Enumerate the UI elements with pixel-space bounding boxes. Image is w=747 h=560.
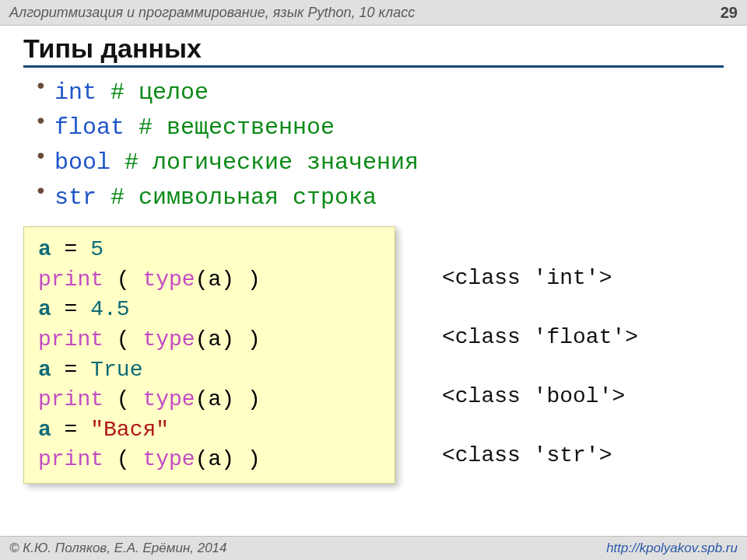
type-item-float: float # вещественное <box>34 110 724 145</box>
slide-header: Алгоритмизация и программирование, язык … <box>0 0 747 26</box>
comment-float: # вещественное <box>139 114 335 141</box>
output-int: <class 'int'> <box>442 264 638 323</box>
keyword-str: str <box>54 184 96 211</box>
output-column: <class 'int'> <class 'float'> <class 'bo… <box>442 226 638 500</box>
code-line-2: print ( type(a) ) <box>38 265 381 296</box>
course-title: Алгоритмизация и программирование, язык … <box>9 0 415 25</box>
output-bool: <class 'bool'> <box>442 382 638 441</box>
slide-content: Типы данных int # целое float # веществе… <box>0 26 747 500</box>
example-row: a = 5 print ( type(a) ) a = 4.5 print ( … <box>23 226 724 500</box>
keyword-float: float <box>54 114 124 141</box>
slide-footer: © К.Ю. Поляков, Е.А. Ерёмин, 2014 http:/… <box>0 536 747 560</box>
code-line-8: print ( type(a) ) <box>38 445 381 475</box>
type-item-int: int # целое <box>34 75 724 110</box>
type-list: int # целое float # вещественное bool # … <box>23 75 724 215</box>
output-float: <class 'float'> <box>442 323 638 382</box>
code-line-1: a = 5 <box>38 235 381 265</box>
page-number: 29 <box>721 0 738 25</box>
footer-authors: © К.Ю. Поляков, Е.А. Ерёмин, 2014 <box>9 537 227 560</box>
output-str: <class 'str'> <box>442 441 638 500</box>
comment-str: # символьная строка <box>110 184 377 211</box>
keyword-int: int <box>54 79 96 106</box>
keyword-bool: bool <box>54 149 110 176</box>
slide-title: Типы данных <box>23 33 724 68</box>
code-line-6: print ( type(a) ) <box>38 385 381 415</box>
code-line-3: a = 4.5 <box>38 295 381 325</box>
footer-url: http://kpolyakov.spb.ru <box>606 537 738 560</box>
code-line-7: a = "Вася" <box>38 415 381 446</box>
code-line-4: print ( type(a) ) <box>38 325 381 355</box>
comment-bool: # логические значения <box>124 149 419 176</box>
type-item-str: str # символьная строка <box>34 180 724 215</box>
code-box: a = 5 print ( type(a) ) a = 4.5 print ( … <box>23 226 395 484</box>
type-item-bool: bool # логические значения <box>34 145 724 180</box>
code-line-5: a = True <box>38 355 381 386</box>
comment-int: # целое <box>110 79 209 106</box>
